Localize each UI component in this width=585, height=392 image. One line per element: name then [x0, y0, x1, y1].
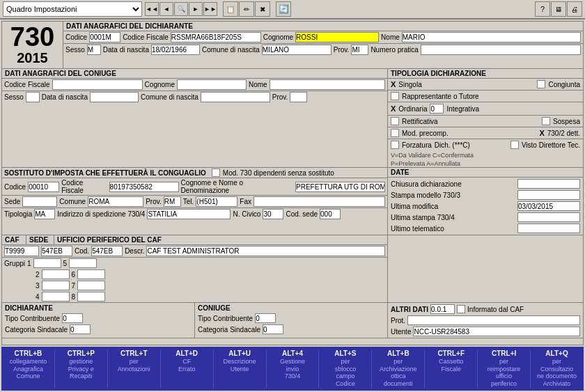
shortcut-item-0[interactable]: CTRL+Bcollegamento Anagrafica Comune	[3, 350, 54, 388]
coniuge-cf-input[interactable]	[52, 79, 143, 90]
sost-tipologia-input[interactable]	[34, 209, 55, 219]
coniuge-prov-label: Prov.	[272, 93, 288, 101]
g2-input[interactable]	[42, 269, 70, 279]
coniuge-sesso-input[interactable]	[26, 92, 40, 102]
nav-last[interactable]: ►►	[203, 2, 217, 16]
coniuge-nome-input[interactable]	[270, 79, 385, 90]
stampa-input[interactable]	[517, 190, 580, 200]
dich-tipo-input[interactable]	[62, 313, 83, 323]
g8-label: 8	[72, 293, 76, 301]
forzatura-label: Forzatura	[402, 141, 432, 149]
sost-indirizzo-input[interactable]	[147, 209, 231, 219]
altri-dati-version[interactable]	[430, 304, 455, 314]
sost-prov-input[interactable]	[164, 196, 181, 207]
sost-fax-input[interactable]	[254, 196, 385, 207]
sost-sede-input[interactable]	[22, 196, 57, 207]
coniuge-cat-input[interactable]	[263, 324, 283, 334]
ultimo-telematico-input[interactable]	[517, 224, 580, 233]
altri-dati-title: ALTRI DATI	[391, 306, 428, 313]
coniuge-title: CONIUGE	[198, 304, 384, 312]
codice-input[interactable]	[89, 32, 120, 42]
ultima-modifica-input[interactable]	[517, 201, 580, 211]
shortcut-key-0: CTRL+B	[15, 350, 42, 357]
integrativa-input[interactable]	[430, 104, 444, 113]
coniuge-tipo-input[interactable]	[255, 313, 276, 323]
nome-input[interactable]	[402, 32, 581, 42]
shortcut-desc-8: Cassetto Fiscale	[439, 358, 464, 373]
shortcut-item-9[interactable]: CTRL+Iper reimpostare ufficio periferico	[478, 350, 529, 388]
shortcut-item-4[interactable]: ALT+UDescrizione Utente	[214, 350, 265, 388]
action-refresh[interactable]: 🔄	[276, 1, 291, 17]
nav-next[interactable]: ►	[189, 2, 203, 16]
g3-input[interactable]	[42, 281, 70, 290]
toolbar: Quadro Impostazioni ◄◄ ◄ 🔍 ► ►► 📋 ✏ ✖ 🔄 …	[0, 0, 585, 19]
caf-sede-input[interactable]	[41, 246, 72, 256]
utente-input[interactable]	[413, 327, 580, 336]
shortcut-key-2: CTRL+T	[120, 350, 148, 357]
coniuge-prov-input[interactable]	[290, 92, 307, 102]
sesso-input[interactable]	[87, 45, 101, 55]
comune-nascita-input[interactable]	[262, 45, 332, 55]
dati-coniuge-title: DATI ANAGRAFICI DEL CONIUGE	[2, 69, 387, 79]
ultima-stampa-label: Ultima stampa 730/4	[391, 214, 455, 221]
prot-input[interactable]	[407, 315, 580, 325]
shortcut-item-8[interactable]: CTRL+FCassetto Fiscale	[426, 350, 476, 388]
nav-prev[interactable]: ◄	[159, 2, 173, 16]
shortcut-item-10[interactable]: ALT+Qper Consultazio ne documento Archiv…	[531, 350, 582, 388]
caf-t9999-input[interactable]	[4, 246, 39, 256]
sost-codice-input[interactable]	[28, 182, 59, 192]
g1-input[interactable]	[33, 258, 61, 268]
chiusura-input[interactable]	[517, 179, 580, 189]
dich-cat-input[interactable]	[70, 324, 91, 334]
ultima-stampa-input[interactable]	[517, 212, 580, 222]
sost-cogndenom-input[interactable]	[295, 182, 385, 192]
dich-tipo-label: Tipo Contribuente	[5, 315, 60, 322]
sost-comune-input[interactable]	[88, 196, 143, 207]
sost-ncivico-input[interactable]	[263, 209, 283, 219]
sost-tel-input[interactable]	[196, 196, 237, 207]
g6-input[interactable]	[77, 269, 105, 279]
action-help[interactable]: ?	[535, 1, 550, 17]
caf-cod-label: Cod.	[75, 247, 89, 255]
coniuge-data-input[interactable]	[90, 92, 139, 102]
date-title: DATE	[388, 168, 583, 178]
caf-cod-input[interactable]	[91, 246, 123, 256]
ordinaria-check: X	[391, 104, 396, 113]
g4-input[interactable]	[42, 292, 70, 301]
prov-input[interactable]	[351, 45, 368, 55]
nav-search[interactable]: 🔍	[174, 2, 188, 16]
g7-input[interactable]	[77, 281, 105, 290]
data-nascita-input[interactable]	[151, 45, 200, 55]
coniuge-cognome-input[interactable]	[177, 79, 247, 90]
shortcut-item-1[interactable]: CTRL+Pgestione Privacy e Recapiti	[56, 350, 107, 388]
g8-input[interactable]	[77, 292, 105, 301]
informato-label: Informato dal CAF	[467, 306, 524, 313]
action-print[interactable]: 🖨	[567, 1, 582, 17]
num-pratica-input[interactable]	[421, 45, 581, 55]
action-close[interactable]: ✖	[255, 1, 270, 17]
quadro-dropdown[interactable]: Quadro Impostazioni	[3, 1, 142, 17]
prot-label: Prot.	[391, 317, 405, 324]
shortcut-desc-10: per Consultazio ne documento Archiviato	[537, 358, 577, 388]
shortcut-item-3[interactable]: ALT+DCF Errato	[162, 350, 212, 388]
cf-input[interactable]	[171, 32, 261, 42]
g5-input[interactable]	[69, 258, 97, 268]
sost-codsede-input[interactable]	[320, 209, 341, 219]
shortcut-key-10: ALT+Q	[545, 350, 568, 357]
shortcut-item-7[interactable]: ALT+Bper Archiviazione ottica documenti	[373, 350, 423, 388]
shortcut-item-2[interactable]: CTRL+Tper Annotazioni	[109, 350, 159, 388]
cognome-input[interactable]	[295, 32, 379, 42]
caf-descr-input[interactable]	[146, 246, 385, 256]
shortcut-item-5[interactable]: ALT+4Gestione invio 730/4	[267, 350, 318, 388]
sost-cf-input[interactable]	[109, 182, 179, 192]
action-edit[interactable]: ✏	[239, 1, 254, 17]
shortcut-item-6[interactable]: ALT+Sper sblocco campo Codice	[320, 350, 370, 388]
coniuge-comune-input[interactable]	[201, 92, 270, 102]
action-copy[interactable]: 📋	[223, 1, 238, 17]
sost-tel-label: Tel.	[183, 198, 194, 205]
rettificativa-label: Rettificativa	[402, 118, 438, 125]
nav-first[interactable]: ◄◄	[145, 2, 159, 16]
action-monitor[interactable]: 🖥	[551, 1, 566, 17]
form-area: 730 2015 DATI ANAGRAFICI DEL DICHIARANTE…	[0, 19, 585, 392]
prov-label: Prov.	[334, 46, 350, 54]
